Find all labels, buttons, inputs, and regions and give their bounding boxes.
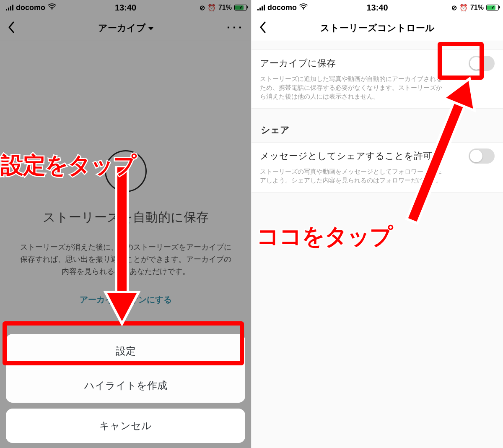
battery-icon: ⚡︎ (234, 5, 247, 10)
status-time: 13:40 (115, 3, 136, 13)
wifi-icon (299, 3, 308, 12)
alarm-icon: ⏰ (459, 4, 468, 12)
nav-bar-left: アーカイブ ･･･ (0, 15, 251, 41)
annotation-right: ココをタップ (257, 221, 392, 252)
more-button[interactable]: ･･･ (226, 22, 244, 34)
status-bar-right: docomo 13:40 ⊘ ⏰ 71% ⚡︎ (252, 0, 503, 15)
nav-bar-right: ストーリーズコントロール (252, 15, 503, 41)
chevron-down-icon (148, 27, 153, 30)
carrier-label: docomo (267, 3, 297, 12)
status-bar-left: docomo 13:40 ⊘ ⏰ 71% ⚡︎ (0, 0, 251, 15)
wifi-icon (48, 3, 56, 12)
red-highlight-settings (3, 321, 244, 365)
svg-marker-1 (105, 292, 139, 324)
sheet-cancel-button[interactable]: キャンセル (6, 409, 245, 443)
alarm-icon: ⏰ (207, 4, 216, 12)
status-time: 13:40 (366, 3, 388, 13)
sheet-highlight-button[interactable]: ハイライトを作成 (6, 368, 245, 403)
orientation-lock-icon: ⊘ (451, 4, 457, 12)
signal-bars-icon (6, 5, 13, 10)
back-button[interactable] (259, 21, 266, 35)
signal-bars-icon (257, 5, 265, 10)
svg-rect-0 (116, 166, 128, 296)
right-phone-story-controls: docomo 13:40 ⊘ ⏰ 71% ⚡︎ ストーリーズコントロール アーカ… (252, 0, 503, 448)
orientation-lock-icon: ⊘ (200, 4, 205, 12)
back-button[interactable] (8, 21, 14, 35)
svg-marker-3 (443, 73, 485, 111)
svg-rect-2 (407, 98, 466, 223)
nav-title-controls: ストーリーズコントロール (320, 22, 435, 34)
carrier-label: docomo (16, 3, 45, 12)
red-arrow-down (104, 166, 140, 326)
red-arrow-diagonal (396, 72, 488, 236)
battery-icon: ⚡︎ (486, 5, 499, 10)
annotation-left: 設定をタップ (1, 150, 136, 181)
archive-save-label: アーカイブに保存 (260, 57, 336, 70)
nav-title-archive[interactable]: アーカイブ (98, 22, 153, 34)
battery-percent: 71% (218, 4, 232, 11)
battery-percent: 71% (470, 4, 484, 11)
left-phone-archive: docomo 13:40 ⊘ ⏰ 71% ⚡︎ アーカイブ ･･･ ストーリーズ… (0, 0, 252, 448)
